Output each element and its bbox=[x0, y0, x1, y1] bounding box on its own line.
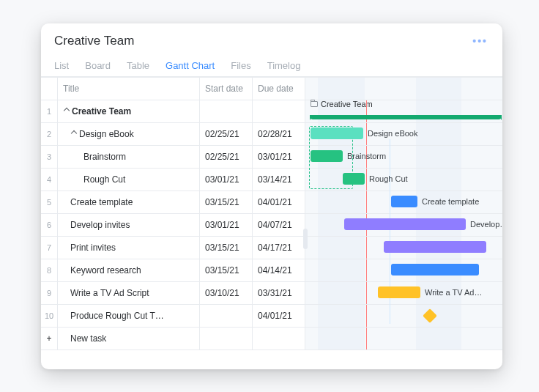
gantt-bar-label: Design eBook bbox=[368, 129, 418, 138]
gantt-bar-label: Brainstorm bbox=[347, 152, 386, 160]
row-number: 5 bbox=[41, 191, 57, 214]
timeline-row[interactable]: Create template bbox=[305, 191, 502, 214]
col-start-date[interactable]: Start date bbox=[199, 78, 252, 100]
task-start-date[interactable]: 03/15/21 bbox=[199, 259, 252, 282]
row-number: 3 bbox=[41, 146, 57, 169]
chevron-down-icon[interactable] bbox=[63, 107, 70, 114]
gantt-grid: TitleStart dateDue dateMarchApril1-1415-… bbox=[41, 77, 502, 350]
row-number: 9 bbox=[41, 282, 57, 305]
tab-list[interactable]: List bbox=[54, 60, 69, 77]
col-title[interactable]: Title bbox=[57, 78, 199, 100]
task-title[interactable]: Print invites bbox=[57, 237, 199, 259]
task-start-date[interactable]: 02/25/21 bbox=[199, 146, 252, 169]
task-title[interactable]: Design eBook bbox=[57, 123, 199, 146]
task-due-date[interactable]: 04/01/21 bbox=[252, 191, 305, 214]
gantt-bar-label: Create template bbox=[422, 197, 479, 206]
gantt-bar-label: Rough Cut bbox=[369, 174, 408, 183]
folder-icon bbox=[311, 101, 318, 107]
chevron-down-icon[interactable] bbox=[70, 130, 78, 137]
timeline-row[interactable] bbox=[305, 305, 502, 328]
task-title[interactable]: Brainstorm bbox=[57, 146, 199, 169]
timeline-row[interactable]: Creative Team bbox=[305, 100, 502, 123]
gantt-bar[interactable] bbox=[391, 264, 479, 275]
task-title[interactable]: Develop invites bbox=[57, 214, 199, 237]
task-due-date[interactable]: 04/07/21 bbox=[252, 214, 305, 237]
gantt-summary-bar[interactable] bbox=[311, 115, 501, 119]
timeline-header: MarchApril1-1415-311-14 bbox=[305, 78, 502, 100]
timeline-row bbox=[305, 328, 502, 350]
timeline-row[interactable] bbox=[305, 237, 502, 259]
task-due-date[interactable]: 04/17/21 bbox=[252, 237, 305, 259]
task-due-date[interactable]: 02/28/21 bbox=[252, 123, 305, 146]
tab-timelog[interactable]: Timelog bbox=[267, 60, 301, 77]
task-start-date[interactable] bbox=[199, 100, 252, 123]
task-start-date[interactable]: 02/25/21 bbox=[199, 123, 252, 146]
task-due-date[interactable]: 03/14/21 bbox=[252, 169, 305, 191]
task-title[interactable]: Produce Rough Cut T… bbox=[57, 305, 199, 328]
col-due-date[interactable]: Due date bbox=[252, 78, 305, 100]
timeline-row[interactable]: Develop… bbox=[305, 214, 502, 237]
add-task-icon[interactable]: + bbox=[41, 328, 57, 350]
gantt-card: Creative Team ••• List Board Table Gantt… bbox=[41, 23, 502, 369]
row-number: 7 bbox=[41, 237, 57, 259]
task-start-date[interactable] bbox=[199, 305, 252, 328]
row-number: 4 bbox=[41, 169, 57, 191]
gantt-bar[interactable]: Design eBook bbox=[311, 127, 363, 139]
gantt-bar[interactable]: Write a TV Ad… bbox=[378, 286, 420, 298]
task-due-date[interactable]: 04/01/21 bbox=[252, 305, 305, 328]
task-title[interactable]: Creative Team bbox=[57, 100, 199, 123]
task-start-date[interactable]: 03/15/21 bbox=[199, 191, 252, 214]
col-rownum bbox=[41, 78, 57, 100]
empty-cell bbox=[199, 328, 252, 350]
row-number: 8 bbox=[41, 259, 57, 282]
timeline-row[interactable]: Design eBook bbox=[305, 123, 502, 146]
task-title[interactable]: Keyword research bbox=[57, 259, 199, 282]
gantt-bar[interactable]: Create template bbox=[391, 196, 417, 207]
task-due-date[interactable] bbox=[252, 100, 305, 123]
gantt-bar[interactable]: Rough Cut bbox=[343, 173, 365, 185]
row-number: 10 bbox=[41, 305, 57, 328]
task-due-date[interactable]: 04/14/21 bbox=[252, 259, 305, 282]
gantt-bar[interactable]: Develop… bbox=[344, 218, 466, 230]
page-title: Creative Team bbox=[54, 34, 134, 48]
timeline-row[interactable] bbox=[305, 259, 502, 282]
task-start-date[interactable]: 03/01/21 bbox=[199, 169, 252, 191]
timeline-row[interactable]: Write a TV Ad… bbox=[305, 282, 502, 305]
tab-table[interactable]: Table bbox=[127, 60, 149, 77]
task-start-date[interactable]: 03/01/21 bbox=[199, 214, 252, 237]
gantt-bar-label: Write a TV Ad… bbox=[425, 288, 482, 297]
empty-cell bbox=[252, 328, 305, 350]
gantt-bar[interactable]: Brainstorm bbox=[311, 150, 343, 162]
view-tabs: List Board Table Gantt Chart Files Timel… bbox=[41, 48, 502, 77]
more-menu-icon[interactable]: ••• bbox=[472, 36, 488, 46]
tab-gantt-chart[interactable]: Gantt Chart bbox=[166, 60, 215, 77]
task-title[interactable]: Create template bbox=[57, 191, 199, 214]
task-due-date[interactable]: 03/31/21 bbox=[252, 282, 305, 305]
pane-resize-handle[interactable] bbox=[303, 229, 308, 249]
row-number: 6 bbox=[41, 214, 57, 237]
tab-files[interactable]: Files bbox=[231, 60, 250, 77]
task-title[interactable]: Write a TV Ad Script bbox=[57, 282, 199, 305]
card-header: Creative Team ••• bbox=[41, 23, 502, 48]
row-number: 2 bbox=[41, 123, 57, 146]
task-start-date[interactable]: 03/10/21 bbox=[199, 282, 252, 305]
task-start-date[interactable]: 03/15/21 bbox=[199, 237, 252, 259]
tab-board[interactable]: Board bbox=[85, 60, 111, 77]
task-due-date[interactable]: 03/01/21 bbox=[252, 146, 305, 169]
gantt-bar-label: Develop… bbox=[470, 220, 502, 229]
gantt-bar[interactable] bbox=[384, 241, 486, 253]
task-title[interactable]: Rough Cut bbox=[57, 169, 199, 191]
row-number: 1 bbox=[41, 100, 57, 123]
new-task-button[interactable]: New task bbox=[57, 328, 199, 350]
